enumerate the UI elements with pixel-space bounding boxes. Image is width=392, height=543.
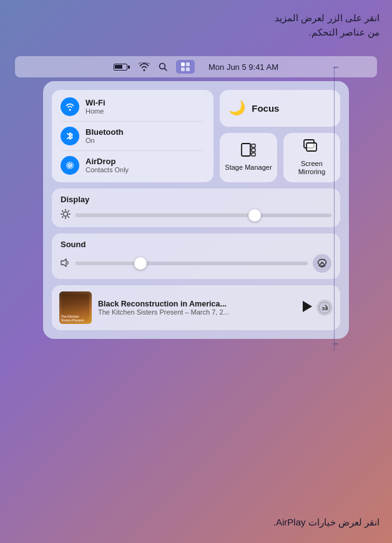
svg-point-8 bbox=[69, 165, 71, 167]
volume-slider[interactable] bbox=[76, 262, 308, 265]
svg-rect-10 bbox=[252, 144, 255, 147]
battery-icon bbox=[114, 64, 130, 71]
airdrop-item[interactable]: AirDrop Contacts Only bbox=[61, 155, 205, 176]
album-art: The Kitchen Sisters Present bbox=[59, 291, 92, 324]
svg-marker-24 bbox=[61, 259, 66, 267]
wifi-label: Wi-Fi bbox=[86, 98, 105, 108]
track-title: Black Reconstruction in America... bbox=[98, 300, 295, 308]
annotation-bottom-text: انقر لعرض خيارات AirPlay. bbox=[273, 517, 380, 527]
display-label: Display bbox=[61, 195, 331, 204]
bluetooth-text: Bluetooth On bbox=[86, 127, 124, 145]
brightness-slider[interactable] bbox=[76, 213, 331, 217]
svg-rect-2 bbox=[181, 62, 185, 66]
annotation-line2: من عناصر التحكم. bbox=[275, 26, 380, 40]
svg-rect-12 bbox=[252, 153, 255, 156]
bluetooth-status: On bbox=[86, 137, 124, 145]
search-menubar-icon[interactable] bbox=[159, 62, 167, 71]
playback-controls: 30 bbox=[301, 300, 333, 316]
indicator-line-right bbox=[334, 89, 335, 351]
right-column: 🌙 Focus Stage Manager bbox=[220, 90, 340, 182]
svg-line-23 bbox=[62, 217, 63, 217]
menubar: Mon Jun 5 9:41 AM bbox=[15, 56, 377, 77]
play-button[interactable] bbox=[301, 300, 313, 316]
brightness-icon bbox=[61, 209, 71, 221]
annotation-line1: انقر على الزر لعرض المزيد bbox=[275, 11, 380, 26]
svg-rect-11 bbox=[252, 149, 255, 152]
svg-marker-25 bbox=[319, 262, 325, 266]
svg-line-20 bbox=[62, 211, 63, 212]
control-center-icon[interactable] bbox=[176, 60, 195, 74]
svg-point-15 bbox=[64, 212, 68, 217]
airplay-button[interactable] bbox=[313, 254, 331, 273]
now-playing-section: The Kitchen Sisters Present Black Recons… bbox=[52, 285, 340, 330]
screen-mirroring-icon bbox=[303, 139, 320, 156]
bottom-buttons-row: Stage Manager Screen Mirroring bbox=[220, 133, 340, 182]
volume-icon bbox=[61, 258, 71, 269]
airdrop-text: AirDrop Contacts Only bbox=[86, 157, 129, 175]
airdrop-icon bbox=[61, 156, 79, 175]
menubar-time: Mon Jun 5 9:41 AM bbox=[208, 62, 278, 72]
bluetooth-icon bbox=[61, 127, 79, 145]
svg-rect-3 bbox=[186, 62, 190, 66]
focus-label: Focus bbox=[252, 103, 279, 114]
airdrop-status: Contacts Only bbox=[86, 166, 129, 174]
wifi-menubar-icon bbox=[139, 62, 150, 71]
focus-block[interactable]: 🌙 Focus bbox=[220, 90, 340, 127]
album-label: The Kitchen Sisters Present bbox=[59, 313, 92, 324]
wifi-status: Home bbox=[86, 107, 105, 115]
svg-rect-9 bbox=[242, 144, 250, 156]
screen-mirroring-label: Screen Mirroring bbox=[288, 160, 335, 176]
svg-rect-5 bbox=[186, 67, 190, 71]
skip-forward-button[interactable]: 30 bbox=[316, 300, 333, 316]
focus-moon-icon: 🌙 bbox=[228, 100, 245, 116]
track-subtitle: The Kitchen Sisters Present – March 7, 2… bbox=[98, 308, 295, 316]
screen-mirroring-button[interactable]: Screen Mirroring bbox=[283, 133, 340, 182]
bluetooth-item[interactable]: Bluetooth On bbox=[61, 125, 205, 147]
airdrop-label: AirDrop bbox=[86, 157, 129, 167]
control-center-panel: Wi-Fi Home Bluetooth On bbox=[43, 81, 349, 339]
svg-line-22 bbox=[68, 211, 69, 212]
divider2 bbox=[62, 150, 203, 151]
divider1 bbox=[62, 121, 203, 122]
stage-manager-icon bbox=[241, 143, 256, 160]
track-info: Black Reconstruction in America... The K… bbox=[98, 300, 295, 316]
indicator-tick-airplay bbox=[333, 343, 338, 345]
bluetooth-label: Bluetooth bbox=[86, 127, 124, 137]
menubar-icons: Mon Jun 5 9:41 AM bbox=[114, 60, 278, 74]
sound-section: Sound bbox=[52, 233, 340, 279]
display-section: Display bbox=[52, 188, 340, 227]
svg-rect-4 bbox=[181, 67, 185, 71]
top-annotation: انقر على الزر لعرض المزيد من عناصر التحك… bbox=[275, 11, 380, 39]
sound-label: Sound bbox=[61, 240, 331, 249]
wifi-text: Wi-Fi Home bbox=[86, 98, 105, 116]
volume-slider-row bbox=[61, 254, 331, 273]
indicator-tick-top bbox=[333, 67, 338, 68]
bottom-annotation: انقر لعرض خيارات AirPlay. bbox=[273, 516, 380, 530]
svg-rect-14 bbox=[306, 143, 316, 151]
svg-line-1 bbox=[164, 69, 167, 71]
top-row: Wi-Fi Home Bluetooth On bbox=[52, 90, 340, 182]
svg-marker-27 bbox=[303, 301, 312, 312]
wifi-item[interactable]: Wi-Fi Home bbox=[61, 96, 205, 117]
stage-manager-button[interactable]: Stage Manager bbox=[220, 133, 277, 182]
stage-manager-label: Stage Manager bbox=[225, 164, 272, 172]
svg-line-21 bbox=[68, 217, 69, 217]
indicator-line-top bbox=[334, 67, 335, 89]
wifi-icon bbox=[61, 97, 79, 116]
connectivity-block: Wi-Fi Home Bluetooth On bbox=[52, 90, 213, 182]
brightness-slider-row bbox=[61, 209, 331, 221]
